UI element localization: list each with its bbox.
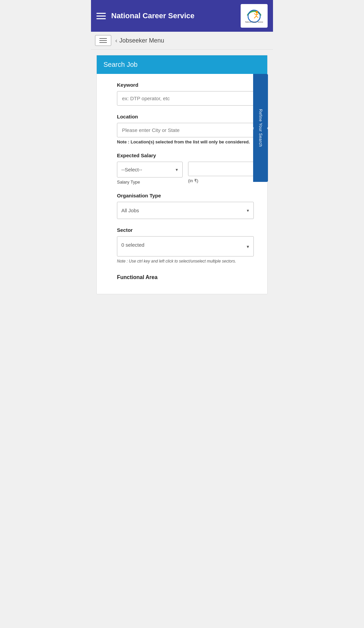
expected-salary-group: Expected Salary --Select-- Per Month Per… (117, 153, 254, 185)
salary-select-wrapper: --Select-- Per Month Per Year Per Day Pe… (117, 162, 183, 185)
ncs-logo: National Career Service (241, 4, 268, 28)
organisation-type-select[interactable]: All Jobs Government Private PSU NGO (117, 202, 254, 219)
salary-amount-input[interactable] (188, 162, 254, 176)
ncs-logo-svg: National Career Service (244, 6, 264, 25)
location-note: Note : Location(s) selected from the lis… (117, 139, 254, 144)
search-card-header: Search Job (97, 55, 267, 74)
svg-point-1 (256, 11, 258, 13)
refine-bottom-chevron: « (251, 125, 254, 131)
submenu-title: ‹ Jobseeker Menu (115, 37, 164, 44)
svg-line-5 (254, 13, 256, 15)
organisation-type-group: Organisation Type All Jobs Government Pr… (117, 193, 254, 219)
salary-amount-wrapper: (in ₹) (188, 162, 254, 183)
app-header: National Career Service National Career … (91, 0, 273, 32)
submenu-title-text: Jobseeker Menu (119, 37, 164, 44)
search-card-title: Search Job (103, 61, 138, 68)
sector-label: Sector (117, 227, 254, 233)
sector-note: Note : Use ctrl key and left click to se… (117, 259, 254, 264)
expected-salary-label: Expected Salary (117, 153, 254, 158)
sector-group: Sector 0 selected ▼ Note : Use ctrl key … (117, 227, 254, 264)
logo-inner: National Career Service (244, 6, 264, 26)
submenu-toggle-button[interactable] (95, 35, 111, 46)
salary-row: --Select-- Per Month Per Year Per Day Pe… (117, 162, 254, 185)
svg-line-3 (254, 16, 256, 18)
search-card-body: « Refine Your Search « Keyword Location … (97, 74, 267, 294)
salary-currency-label: (in ₹) (188, 178, 254, 183)
hamburger-menu-button[interactable] (96, 13, 106, 19)
organisation-type-select-wrapper: All Jobs Government Private PSU NGO (117, 202, 254, 219)
back-arrow-icon: ‹ (115, 37, 117, 44)
svg-text:National Career Service: National Career Service (245, 21, 263, 23)
svg-line-4 (256, 16, 258, 18)
search-job-card: Search Job « Refine Your Search « Keywor… (96, 55, 268, 294)
sector-selected-text: 0 selected (121, 242, 249, 248)
salary-type-select-wrapper: --Select-- Per Month Per Year Per Day Pe… (117, 162, 183, 178)
refine-label: Refine Your Search (258, 109, 263, 147)
keyword-label: Keyword (117, 82, 254, 88)
submenu-bar: ‹ Jobseeker Menu (91, 32, 273, 50)
keyword-input[interactable] (117, 91, 254, 106)
functional-area-label: Functional Area (117, 272, 254, 286)
location-group: Location Note : Location(s) selected fro… (117, 114, 254, 144)
salary-type-select[interactable]: --Select-- Per Month Per Year Per Day Pe… (117, 162, 183, 178)
sector-select[interactable]: 0 selected (117, 236, 254, 256)
location-input[interactable] (117, 123, 254, 137)
keyword-group: Keyword (117, 82, 254, 106)
app-title: National Career Service (111, 11, 194, 20)
main-content: Search Job « Refine Your Search « Keywor… (91, 50, 273, 300)
refine-search-tab[interactable]: « Refine Your Search « (253, 74, 268, 182)
organisation-type-label: Organisation Type (117, 193, 254, 198)
refine-top-chevron: « (267, 125, 270, 131)
header-left: National Career Service (96, 11, 194, 20)
salary-type-sublabel: Salary Type (117, 180, 183, 185)
location-label: Location (117, 114, 254, 119)
svg-point-0 (248, 10, 260, 22)
sector-select-wrapper: 0 selected ▼ (117, 236, 254, 257)
